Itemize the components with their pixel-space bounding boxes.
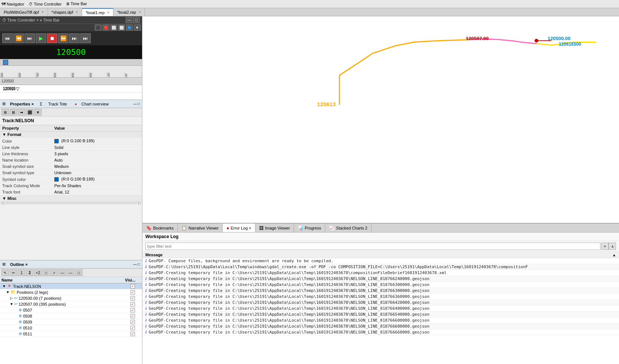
outline-row-positions[interactable]: ▼ 📁 Positions (2 legs): [0, 289, 142, 295]
tab-bookmarks[interactable]: 🔖 Bookmarks: [142, 224, 178, 232]
tc-tool-1[interactable]: ⬛: [95, 25, 101, 30]
tab-outline[interactable]: Outline ×: [9, 262, 29, 267]
outline-row-0508[interactable]: ⊕ 0508: [0, 313, 142, 319]
tc-step-back[interactable]: ⏭: [25, 33, 35, 43]
props-toolbar-btn1[interactable]: ⊞: [1, 109, 9, 116]
outline-btn-rect[interactable]: □: [42, 269, 50, 276]
outline-btn-1[interactable]: 1: [18, 269, 25, 276]
timeline-cursor[interactable]: [3, 60, 8, 65]
outline-row-0509[interactable]: ⊕ 0509: [0, 319, 142, 325]
tc-maximize[interactable]: □: [133, 17, 140, 23]
tc-tool-3[interactable]: ⬜: [110, 25, 117, 30]
props-maximize[interactable]: □: [138, 102, 140, 106]
tc-play[interactable]: ▶: [36, 33, 46, 43]
fix-0509-checkbox[interactable]: [130, 320, 135, 324]
fix-0510-check[interactable]: [123, 326, 142, 330]
fix-0507-check[interactable]: [123, 308, 142, 312]
log-entries[interactable]: i GeoPDF- Compose files, background and …: [142, 258, 619, 364]
nelson-checkbox[interactable]: [130, 284, 135, 289]
props-toolbar-btn3[interactable]: ➡: [18, 109, 25, 116]
filter-collapse-btn[interactable]: ∧: [609, 243, 616, 250]
tab-boat1-close[interactable]: ×: [107, 10, 109, 14]
tab-boat1[interactable]: *boat1.rep ×: [82, 8, 114, 16]
prop-namelocation-value[interactable]: Auto: [52, 157, 142, 163]
nelson-check[interactable]: [123, 284, 142, 289]
tc-tool-5[interactable]: 🔷: [126, 25, 133, 30]
outline-row-0510[interactable]: ⊕ 0510: [0, 325, 142, 331]
map-view[interactable]: 120507.00 120500.00 120616500 120613: [142, 16, 619, 223]
leg1-checkbox[interactable]: [130, 296, 135, 300]
fix-0507-checkbox[interactable]: [130, 308, 135, 312]
tc-minimize[interactable]: —: [126, 17, 132, 23]
prop-snailsize-value[interactable]: Medium: [52, 163, 142, 170]
prop-snailtype-value[interactable]: Unknown: [52, 170, 142, 176]
filter-clear-btn[interactable]: ×: [601, 243, 609, 250]
outline-btn-plus2[interactable]: +2: [34, 269, 42, 276]
outline-row-120507[interactable]: ▼ ↩ 120507.00 (395 positions): [0, 301, 142, 307]
tab-error-log[interactable]: ● Error Log ×: [223, 224, 255, 232]
outline-row-120500[interactable]: ▷ ↩ 120500.00 (7 positions): [0, 295, 142, 301]
fix-0510-checkbox[interactable]: [130, 326, 135, 330]
tab-plotwithgeotiff-close[interactable]: ×: [42, 10, 44, 14]
tab-track-tote[interactable]: Track Tote: [47, 101, 69, 107]
outline-btn-select[interactable]: ↖: [1, 269, 9, 276]
outline-row-0511[interactable]: ⊕ 0511: [0, 331, 142, 337]
tab-progress[interactable]: 📊 Progress: [294, 224, 325, 232]
prop-trackcoloring-value[interactable]: Per-fix Shades: [52, 183, 142, 189]
prop-symbolcolor-value[interactable]: (R:0 G:100 B:189): [52, 176, 142, 183]
props-scrollbar-left[interactable]: ◁: [1, 201, 4, 205]
outline-minimize[interactable]: —: [133, 262, 137, 266]
prop-linethickness-value[interactable]: 3 pixels: [52, 151, 142, 157]
tc-tool-2[interactable]: 🔴: [103, 25, 109, 30]
filter-input[interactable]: [145, 243, 600, 250]
props-toolbar-btn5[interactable]: ▼: [34, 109, 42, 116]
props-scrollbar-right[interactable]: ▷: [138, 201, 141, 205]
tc-skip-start[interactable]: ⏮: [2, 33, 13, 43]
props-toolbar-btn4[interactable]: ⬛: [26, 109, 33, 116]
outline-maximize[interactable]: □: [138, 262, 140, 266]
prop-color-value[interactable]: (R:0 G:100 B:189): [52, 138, 142, 144]
prop-trackfont-value[interactable]: Arial, 12: [52, 189, 142, 195]
sort-icon[interactable]: ▲: [612, 253, 616, 257]
leg2-check[interactable]: [123, 302, 142, 306]
positions-check[interactable]: [123, 290, 142, 295]
props-minimize[interactable]: —: [133, 102, 137, 106]
tab-boat2[interactable]: *boat2.rep ×: [113, 8, 145, 16]
outline-btn-2[interactable]: 2: [26, 269, 33, 276]
tab-narrative-viewer[interactable]: 📋 Narrative Viewer: [178, 224, 223, 232]
prop-linestyle-value[interactable]: Solid: [52, 144, 142, 151]
tc-skip-end[interactable]: ⏭: [80, 33, 91, 43]
outline-expand-120507[interactable]: ▼: [9, 302, 14, 306]
outline-btn-tool2[interactable]: ✂: [10, 269, 17, 276]
tc-tool-6[interactable]: ▼: [134, 25, 141, 30]
outline-expand-nelson[interactable]: ▼: [1, 284, 7, 288]
tab-shapes-close[interactable]: ×: [76, 10, 78, 14]
time-controller-menu[interactable]: ⏱ Time Controller: [29, 2, 62, 6]
leg1-check[interactable]: [123, 296, 142, 300]
tab-stacked-charts[interactable]: 📈 Stacked Charts 2: [325, 224, 371, 232]
tc-fast-fwd[interactable]: ⏭: [69, 33, 80, 43]
outline-btn-uncheck[interactable]: —: [59, 269, 66, 276]
tab-properties[interactable]: Properties ×: [9, 101, 35, 107]
navigator-menu[interactable]: 🗺 Navigator: [1, 2, 24, 6]
leg2-checkbox[interactable]: [130, 302, 135, 306]
outline-btn-maximize2[interactable]: □: [75, 269, 83, 276]
outline-row-0507[interactable]: ⊕ 0507: [0, 307, 142, 313]
outline-row-nelson[interactable]: ▼ 🔻 Track:NELSON: [0, 283, 142, 289]
props-toolbar-btn2[interactable]: ⊠: [10, 109, 17, 116]
outline-btn-minimize2[interactable]: —: [67, 269, 74, 276]
tab-chart-overview[interactable]: Chart overview: [80, 101, 110, 107]
fix-0511-check[interactable]: [123, 332, 142, 336]
tab-boat2-close[interactable]: ×: [139, 10, 141, 14]
tc-fast-rewind[interactable]: ⏪: [13, 33, 24, 43]
tab-plotwithgeotiff[interactable]: PlotWithGeoTiff.dpf ×: [0, 8, 48, 16]
fix-0508-checkbox[interactable]: [130, 314, 135, 318]
outline-expand-120500[interactable]: ▷: [9, 296, 14, 300]
tc-step-fwd[interactable]: ⏩: [58, 33, 68, 43]
fix-0511-checkbox[interactable]: [130, 332, 135, 336]
tab-image-viewer[interactable]: 🖼 Image Viewer: [255, 224, 294, 232]
properties-scroll[interactable]: Property Value ▼ Format Color (R:0 G: [0, 125, 142, 260]
tab-shapes[interactable]: *shapes.dpf ×: [48, 8, 82, 16]
outline-expand-positions[interactable]: ▼: [5, 290, 10, 294]
time-bar-menu[interactable]: ≣ Time Bar: [66, 1, 87, 6]
